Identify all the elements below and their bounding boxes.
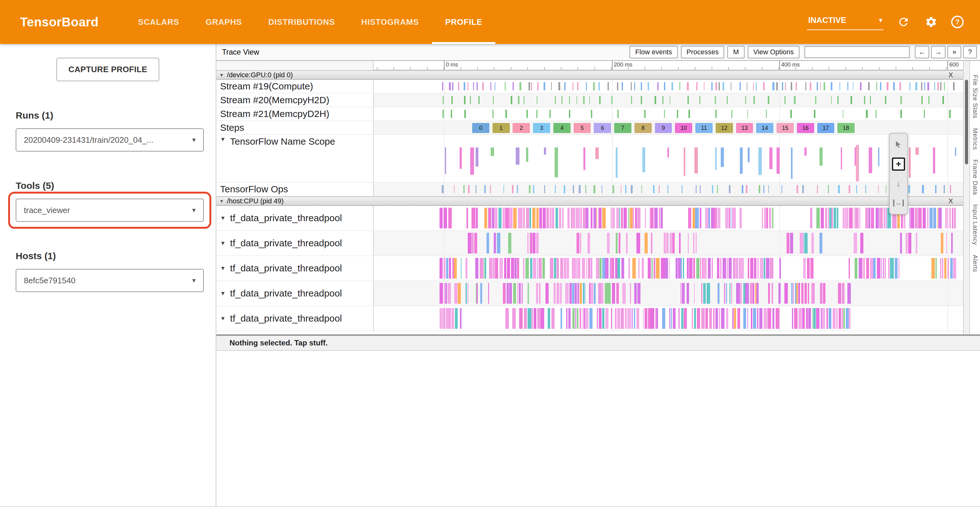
row-label[interactable]: ▼tf_data_private_threadpool — [216, 231, 374, 256]
row-track[interactable] — [374, 206, 963, 231]
trace-mark — [856, 145, 859, 181]
toolbar-button-m[interactable]: M — [727, 46, 744, 58]
timing-tool-button[interactable]: ↔ — [892, 196, 905, 210]
row-label[interactable]: Stream #20(MemcpyH2D) — [216, 94, 374, 107]
row-label[interactable]: Steps — [216, 121, 374, 135]
step-block[interactable]: 17 — [817, 123, 835, 133]
trace-search-input[interactable] — [805, 46, 910, 58]
runs-select[interactable]: 20200409-231431/train/2020_04_... ▾ — [16, 128, 204, 151]
tab-histograms[interactable]: HISTOGRAMS — [348, 0, 432, 44]
row-track[interactable] — [374, 281, 963, 306]
collapse-icon[interactable]: ▼ — [220, 199, 224, 204]
row-label-text: tf_data_private_threadpool — [230, 313, 342, 324]
step-block[interactable]: 5 — [574, 123, 591, 133]
collapse-icon[interactable]: ▼ — [220, 72, 224, 78]
collapse-icon[interactable]: ▼ — [220, 240, 226, 247]
step-block[interactable]: 16 — [797, 123, 814, 133]
row-label[interactable]: Stream #19(Compute) — [216, 80, 374, 94]
collapse-icon[interactable]: ▼ — [220, 290, 226, 297]
nav-button-3[interactable]: ? — [963, 46, 977, 58]
toolbar-button-flow-events[interactable]: Flow events — [630, 46, 678, 58]
nav-button-1[interactable]: → — [931, 46, 945, 58]
toolbar-button-processes[interactable]: Processes — [681, 46, 724, 58]
pan-tool-button[interactable]: ↓ — [892, 177, 905, 190]
status-dropdown[interactable]: INACTIVE ▾ — [807, 14, 883, 30]
step-block[interactable]: 12 — [716, 123, 733, 133]
tab-distributions[interactable]: DISTRIBUTIONS — [255, 0, 348, 44]
right-tab-metrics[interactable]: Metrics — [972, 128, 979, 150]
step-block[interactable]: 0 — [472, 123, 489, 133]
close-section-button[interactable]: X — [948, 71, 953, 79]
row-track[interactable] — [374, 80, 963, 94]
refresh-icon[interactable] — [896, 14, 911, 29]
step-block[interactable]: 7 — [614, 123, 632, 133]
trace-mark — [687, 82, 689, 90]
step-block[interactable]: 13 — [736, 123, 753, 133]
step-block[interactable]: 4 — [553, 123, 571, 133]
row-label[interactable]: ▼tf_data_private_threadpool — [216, 256, 374, 281]
tab-graphs[interactable]: GRAPHS — [192, 0, 255, 44]
step-block[interactable]: 1 — [493, 123, 510, 133]
trace-mark — [855, 208, 858, 228]
step-block[interactable]: 10 — [675, 123, 692, 133]
trace-mark — [617, 82, 618, 90]
trace-mark — [484, 258, 484, 279]
capture-profile-button[interactable]: CAPTURE PROFILE — [56, 58, 159, 81]
trace-mark — [616, 283, 619, 304]
row-label[interactable]: ▼tf_data_private_threadpool — [216, 206, 374, 231]
tab-scalars[interactable]: SCALARS — [125, 0, 192, 44]
row-label[interactable]: ▼tf_data_private_threadpool — [216, 281, 374, 306]
row-track[interactable] — [374, 183, 963, 196]
right-tab-file-size-stats[interactable]: File Size Stats — [972, 75, 979, 119]
step-block[interactable]: 2 — [512, 123, 530, 133]
step-block[interactable]: 14 — [756, 123, 773, 133]
row-label[interactable]: ▼tf_data_private_threadpool — [216, 306, 374, 331]
nav-button-2[interactable]: » — [947, 46, 961, 58]
select-tool-button[interactable] — [892, 138, 905, 151]
collapse-icon[interactable]: ▼ — [220, 265, 226, 272]
row-track[interactable] — [374, 306, 963, 331]
step-block[interactable]: 8 — [635, 123, 652, 133]
ruler-tick — [561, 67, 562, 70]
row-track[interactable] — [374, 256, 963, 281]
right-tab-alerts[interactable]: Alerts — [972, 255, 979, 272]
row-track[interactable]: 0123456789101112131415161718 — [374, 121, 963, 135]
row-track[interactable] — [374, 231, 963, 256]
step-block[interactable]: 15 — [776, 123, 794, 133]
zoom-tool-button[interactable]: + — [892, 158, 905, 171]
step-block[interactable]: 11 — [695, 123, 713, 133]
close-section-button[interactable]: X — [948, 197, 953, 205]
toolbar-button-view-options[interactable]: View Options — [748, 46, 799, 58]
right-tab-input-latency[interactable]: Input Latency — [972, 204, 979, 246]
process-section-header[interactable]: ▼/host:CPU (pid 49)X — [216, 196, 963, 206]
trace-mark — [743, 283, 745, 304]
row-label[interactable]: ▼TensorFlow Name Scope — [216, 135, 374, 183]
tab-profile[interactable]: PROFILE — [432, 0, 495, 44]
trace-mark — [450, 308, 451, 329]
trace-mark — [729, 208, 730, 228]
nav-button-0[interactable]: ← — [915, 46, 929, 58]
row-track[interactable] — [374, 135, 963, 183]
step-block[interactable]: 3 — [533, 123, 550, 133]
gear-icon[interactable] — [924, 14, 939, 29]
tools-select[interactable]: trace_viewer ▾ — [16, 199, 204, 222]
step-block[interactable]: 6 — [594, 123, 611, 133]
ruler-tick-major — [780, 61, 780, 70]
collapse-icon[interactable]: ▼ — [220, 136, 226, 143]
step-block[interactable]: 18 — [837, 123, 854, 133]
help-icon[interactable]: ? — [951, 16, 964, 28]
collapse-icon[interactable]: ▼ — [220, 215, 226, 222]
row-track[interactable] — [374, 94, 963, 107]
trace-mark — [747, 82, 748, 90]
vertical-scrollbar[interactable] — [963, 61, 969, 335]
right-tab-frame-data[interactable]: Frame Data — [972, 159, 979, 195]
scrollbar-thumb[interactable] — [965, 80, 968, 164]
process-section-header[interactable]: ▼/device:GPU:0 (pid 0)X — [216, 70, 963, 80]
step-block[interactable]: 9 — [655, 123, 672, 133]
hosts-select[interactable]: 8efc5e791540 ▾ — [16, 269, 204, 292]
row-track[interactable] — [374, 107, 963, 121]
collapse-icon[interactable]: ▼ — [220, 315, 226, 322]
row-label[interactable]: TensorFlow Ops — [216, 183, 374, 196]
trace-mark — [888, 258, 889, 279]
row-label[interactable]: Stream #21(MemcpyD2H) — [216, 107, 374, 121]
